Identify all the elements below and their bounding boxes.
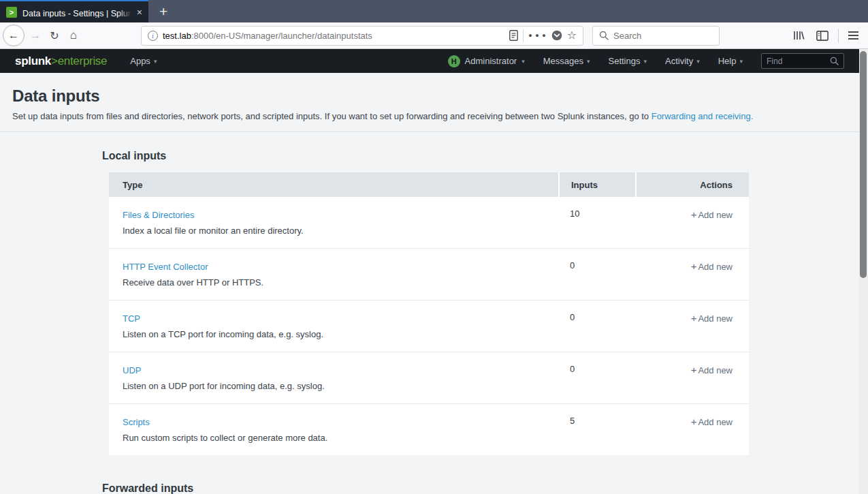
splunk-favicon-icon: > — [6, 7, 17, 18]
add-new-button[interactable]: +Add new — [691, 262, 733, 272]
plus-icon: + — [691, 312, 697, 324]
plus-icon: + — [691, 260, 697, 272]
home-button[interactable]: ⌂ — [64, 26, 83, 45]
help-menu[interactable]: Help ▾ — [718, 56, 743, 66]
site-info-icon[interactable]: i — [148, 31, 158, 41]
toolbar-divider — [838, 29, 839, 43]
row-description: Listen on a UDP port for incoming data, … — [123, 381, 558, 391]
row-input-count: 0 — [558, 312, 635, 339]
pocket-icon[interactable] — [551, 30, 562, 41]
url-bar[interactable]: i test.lab:8000/en-US/manager/launcher/d… — [141, 26, 583, 46]
chevron-down-icon: ▾ — [696, 58, 700, 65]
row-input-count: 0 — [558, 260, 635, 288]
url-path: :8000/en-US/manager/launcher/datainputst… — [191, 31, 372, 41]
row-description: Listen on a TCP port for incoming data, … — [123, 329, 558, 339]
page-viewport: splunk>enterprise Apps ▾ H Administrator… — [0, 49, 859, 494]
browser-tab-bar: > Data inputs - Settings | Splun × + — [0, 0, 868, 22]
chevron-down-icon: ▾ — [154, 58, 157, 65]
url-text[interactable]: test.lab:8000/en-US/manager/launcher/dat… — [163, 31, 504, 41]
reader-mode-icon[interactable] — [509, 30, 518, 41]
find-search-icon — [830, 57, 839, 65]
menu-hamburger-icon[interactable] — [848, 31, 858, 40]
new-tab-button[interactable]: + — [159, 3, 167, 20]
tab-title: Data inputs - Settings | Splun — [22, 9, 131, 18]
table-header-row: Type Inputs Actions — [109, 172, 749, 197]
sidebar-toggle-icon[interactable] — [816, 31, 829, 41]
avatar: H — [448, 55, 460, 67]
apps-menu[interactable]: Apps ▾ — [130, 56, 157, 66]
chevron-down-icon: ▾ — [739, 58, 743, 65]
plus-icon: + — [691, 209, 697, 220]
urlbar-divider — [523, 29, 524, 42]
library-icon[interactable] — [792, 30, 805, 41]
add-new-button[interactable]: +Add new — [691, 365, 733, 375]
search-icon — [599, 31, 609, 40]
table-row: TCP Listen on a TCP port for incoming da… — [109, 300, 749, 352]
row-input-count: 10 — [558, 209, 635, 236]
table-row: Files & Directories Index a local file o… — [109, 197, 749, 249]
table-row: HTTP Event Collector Receive data over H… — [109, 249, 749, 300]
messages-menu[interactable]: Messages ▾ — [543, 56, 590, 66]
table-row: UDP Listen on a UDP port for incoming da… — [109, 352, 749, 404]
page-scrollbar[interactable] — [859, 49, 868, 494]
http-event-collector-link[interactable]: HTTP Event Collector — [123, 262, 208, 272]
url-host: test.lab — [163, 31, 191, 41]
splunk-logo[interactable]: splunk>enterprise — [15, 55, 107, 68]
table-row: Scripts Run custom scripts to collect or… — [109, 404, 749, 455]
page-description: Set up data inputs from files and direct… — [12, 111, 847, 121]
forward-button[interactable]: → — [26, 26, 45, 45]
column-header-actions: Actions — [635, 172, 749, 197]
add-new-button[interactable]: +Add new — [691, 313, 733, 324]
udp-link[interactable]: UDP — [123, 365, 141, 375]
search-placeholder: Search — [613, 31, 641, 41]
files-directories-link[interactable]: Files & Directories — [123, 210, 194, 220]
row-description: Run custom scripts to collect or generat… — [123, 433, 558, 443]
settings-menu[interactable]: Settings ▾ — [609, 56, 647, 66]
user-menu-administrator[interactable]: H Administrator ▾ — [448, 55, 525, 67]
local-inputs-heading: Local inputs — [102, 150, 859, 162]
browser-tab-active[interactable]: > Data inputs - Settings | Splun × — [0, 0, 148, 22]
row-description: Index a local file or monitor an entire … — [123, 226, 558, 236]
plus-icon: + — [691, 364, 697, 375]
splunk-navbar: splunk>enterprise Apps ▾ H Administrator… — [0, 49, 859, 73]
browser-toolbar: ← → ↻ ⌂ i test.lab:8000/en-US/manager/la… — [0, 22, 868, 49]
find-input[interactable]: Find — [761, 53, 844, 69]
tcp-link[interactable]: TCP — [123, 313, 140, 324]
page-actions-icon[interactable]: ● ● ● — [528, 32, 546, 39]
forwarding-and-receiving-link[interactable]: Forwarding and receiving. — [652, 111, 754, 121]
forwarded-inputs-heading: Forwarded inputs — [102, 482, 859, 494]
tab-close-icon[interactable]: × — [137, 7, 142, 17]
page-header: Data inputs Set up data inputs from file… — [0, 73, 859, 132]
browser-search-bar[interactable]: Search — [592, 26, 720, 46]
row-input-count: 0 — [558, 364, 635, 391]
scripts-link[interactable]: Scripts — [123, 417, 150, 427]
row-description: Receive data over HTTP or HTTPS. — [123, 277, 558, 288]
refresh-button[interactable]: ↻ — [45, 26, 64, 45]
column-header-inputs: Inputs — [558, 172, 635, 197]
add-new-button[interactable]: +Add new — [691, 417, 733, 427]
add-new-button[interactable]: +Add new — [691, 210, 733, 220]
chevron-down-icon: ▾ — [587, 58, 590, 65]
plus-icon: + — [691, 416, 697, 427]
activity-menu[interactable]: Activity ▾ — [665, 56, 700, 66]
chevron-down-icon: ▾ — [521, 58, 525, 65]
local-inputs-table: Type Inputs Actions Files & Directories … — [109, 172, 749, 455]
column-header-type: Type — [109, 172, 558, 197]
data-inputs-page: Data inputs Set up data inputs from file… — [0, 73, 859, 494]
scrollbar-thumb[interactable] — [860, 51, 867, 278]
bookmark-star-icon[interactable]: ☆ — [567, 30, 577, 41]
page-title: Data inputs — [12, 87, 847, 106]
row-input-count: 5 — [558, 416, 635, 443]
chevron-down-icon: ▾ — [643, 58, 647, 65]
back-button[interactable]: ← — [3, 25, 25, 46]
